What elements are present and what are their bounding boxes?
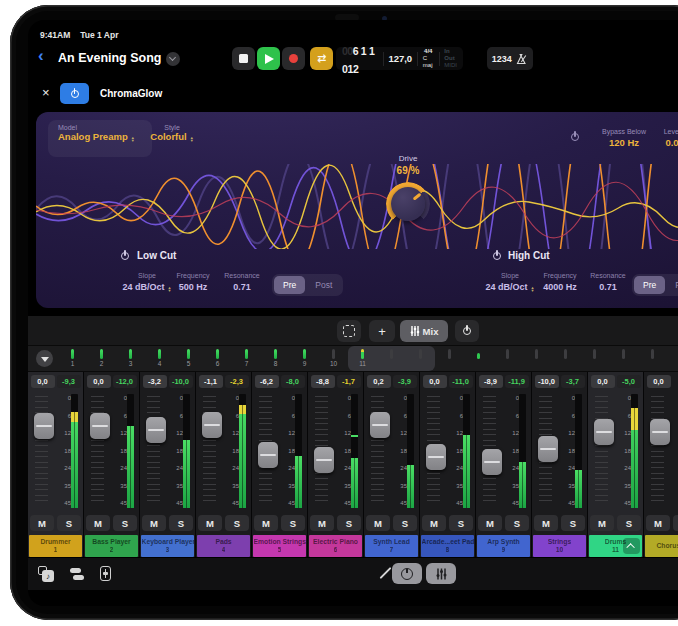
solo-button[interactable]: S (57, 515, 81, 531)
solo-button[interactable]: S (673, 515, 678, 531)
post-button[interactable]: Post (306, 276, 341, 294)
filter-tracks-button[interactable] (36, 350, 53, 367)
fader-cap[interactable] (314, 447, 334, 473)
overview-track[interactable] (435, 346, 464, 371)
metronome-icon[interactable] (516, 53, 528, 65)
solo-button[interactable]: S (225, 515, 249, 531)
mute-button[interactable]: M (646, 515, 670, 531)
overview-track-11[interactable]: 11 (348, 346, 377, 371)
fader-cap[interactable] (650, 419, 670, 445)
solo-button[interactable]: S (561, 515, 585, 531)
overview-track[interactable] (551, 346, 580, 371)
add-track-button[interactable]: + (369, 320, 395, 342)
overview-track[interactable] (667, 346, 678, 371)
fader-track[interactable] (480, 394, 504, 508)
track-label[interactable]: Arp Synth 9 (477, 535, 530, 557)
overview-track-9[interactable]: 9 (290, 346, 319, 371)
overview-track[interactable] (522, 346, 551, 371)
back-chevron-icon[interactable]: ‹ (38, 47, 44, 64)
overview-track[interactable] (580, 346, 609, 371)
overview-track-1[interactable]: 1 (58, 346, 87, 371)
mute-button[interactable]: M (30, 515, 54, 531)
count-in-button[interactable]: 1234 (492, 54, 512, 64)
volume-value[interactable]: -8,8 (311, 375, 335, 388)
fader-cap[interactable] (594, 419, 614, 445)
solo-button[interactable]: S (169, 515, 193, 531)
song-menu-button[interactable] (166, 52, 180, 66)
fader-track[interactable] (256, 394, 280, 508)
volume-value[interactable]: 0,0 (591, 375, 615, 388)
mute-button[interactable]: M (422, 515, 446, 531)
mute-button[interactable]: M (142, 515, 166, 531)
volume-value[interactable]: 0,2 (367, 375, 391, 388)
fader-cap[interactable] (426, 444, 446, 470)
mute-button[interactable]: M (254, 515, 278, 531)
solo-button[interactable]: S (393, 515, 417, 531)
track-label[interactable]: Emotion Strings 5 (253, 535, 306, 557)
track-label[interactable]: Drums 11 (589, 535, 642, 557)
volume-value[interactable]: 0,0 (647, 375, 671, 388)
bypass-power-icon[interactable] (570, 132, 580, 142)
fader-cap[interactable] (538, 436, 558, 462)
style-selector[interactable]: Style Colorful▲▼ (142, 124, 202, 142)
overview-track-3[interactable]: 3 (116, 346, 145, 371)
fader-track[interactable] (368, 394, 392, 508)
fader-track[interactable] (32, 394, 56, 508)
track-label[interactable]: Electric Piano 6 (309, 535, 362, 557)
volume-value[interactable]: 0,0 (423, 375, 447, 388)
track-label[interactable]: Synth Lead 7 (365, 535, 418, 557)
play-button[interactable] (257, 47, 280, 70)
plugin-power-button[interactable] (60, 83, 89, 104)
fader-track[interactable] (144, 394, 168, 508)
song-title[interactable]: An Evening Song (58, 51, 161, 65)
controls-view-button[interactable] (392, 563, 422, 584)
fader-cap[interactable] (90, 413, 110, 439)
fader-cap[interactable] (370, 412, 390, 438)
cycle-button[interactable]: ⇄ (310, 47, 333, 70)
mix-view-button[interactable]: Mix (400, 320, 448, 342)
mute-button[interactable]: M (366, 515, 390, 531)
fader-track[interactable] (424, 394, 448, 508)
overview-track[interactable] (377, 346, 406, 371)
overview-track[interactable] (493, 346, 522, 371)
track-label[interactable]: Arcade...eet Pad 8 (421, 535, 474, 557)
solo-button[interactable]: S (337, 515, 361, 531)
overview-track[interactable] (609, 346, 638, 371)
overview-track-7[interactable]: 7 (232, 346, 261, 371)
solo-button[interactable]: S (449, 515, 473, 531)
solo-button[interactable]: S (505, 515, 529, 531)
low-cut-power-icon[interactable] (120, 251, 130, 261)
fader-track[interactable] (312, 394, 336, 508)
solo-button[interactable]: S (281, 515, 305, 531)
pencil-icon[interactable] (379, 567, 391, 579)
volume-value[interactable]: 0,0 (31, 375, 55, 388)
fader-track[interactable] (88, 394, 112, 508)
low-cut-resonance[interactable]: Resonance 0.71 (207, 272, 277, 292)
mute-button[interactable]: M (86, 515, 110, 531)
solo-button[interactable]: S (113, 515, 137, 531)
record-button[interactable] (282, 47, 305, 70)
overview-track-8[interactable]: 8 (261, 346, 290, 371)
mute-button[interactable]: M (534, 515, 558, 531)
volume-value[interactable]: -3,2 (143, 375, 167, 388)
mute-button[interactable]: M (478, 515, 502, 531)
library-stack-icon[interactable] (70, 567, 84, 581)
stop-button[interactable] (232, 47, 255, 70)
volume-value[interactable]: -10,0 (535, 375, 559, 388)
overview-track-10[interactable]: 10 (319, 346, 348, 371)
high-cut-power-icon[interactable] (492, 251, 502, 261)
track-label[interactable]: Drummer 1 (29, 535, 82, 557)
mute-button[interactable]: M (310, 515, 334, 531)
volume-value[interactable]: -1,1 (199, 375, 223, 388)
volume-value[interactable]: 0,0 (87, 375, 111, 388)
loops-browser-icon[interactable]: ♪ (38, 566, 54, 582)
track-label[interactable]: Chorus V (645, 535, 678, 557)
track-label[interactable]: Keyboard Player 3 (141, 535, 194, 557)
overview-track-2[interactable]: 2 (87, 346, 116, 371)
select-tracks-button[interactable] (337, 320, 361, 342)
track-label[interactable]: Strings 10 (533, 535, 586, 557)
overview-track[interactable] (464, 346, 493, 371)
model-selector[interactable]: Model Analog Preamp▲▼ (48, 120, 152, 157)
fader-cap[interactable] (258, 442, 278, 468)
overview-track-6[interactable]: 6 (203, 346, 232, 371)
